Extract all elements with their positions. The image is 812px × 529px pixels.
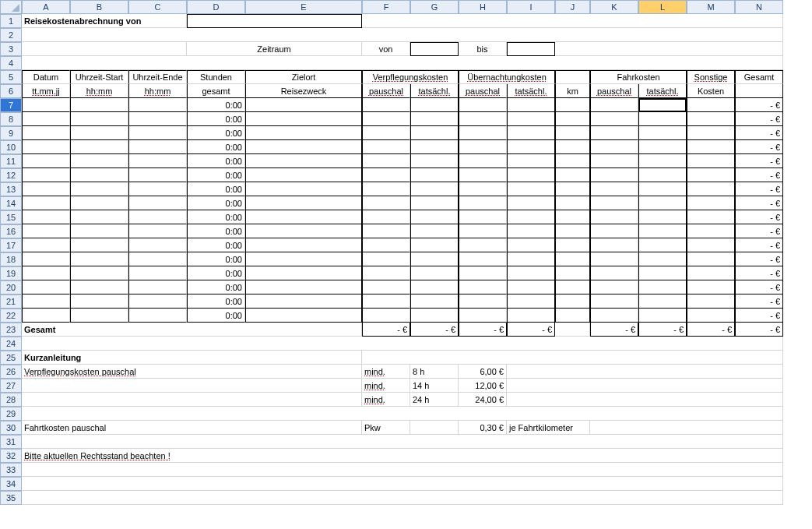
row-total-20[interactable]: - € xyxy=(735,280,783,294)
row-header-21[interactable]: 21 xyxy=(0,294,22,309)
von-input[interactable] xyxy=(410,42,459,56)
total-M[interactable]: - € xyxy=(687,323,735,337)
stunden-11[interactable]: 0:00 xyxy=(187,154,245,168)
row-header-18[interactable]: 18 xyxy=(0,252,22,266)
row-header-15[interactable]: 15 xyxy=(0,210,22,224)
col-header-K[interactable]: K xyxy=(590,0,638,14)
row-total-21[interactable]: - € xyxy=(735,294,783,309)
row-header-35[interactable]: 35 xyxy=(0,491,22,505)
row-header-7[interactable]: 7 xyxy=(0,98,22,112)
stunden-17[interactable]: 0:00 xyxy=(187,238,245,252)
hdr-uhrzeit-start: Uhrzeit-Start xyxy=(70,70,128,84)
row-header-6[interactable]: 6 xyxy=(0,84,22,98)
row-header-5[interactable]: 5 xyxy=(0,70,22,84)
row-header-8[interactable]: 8 xyxy=(0,112,22,126)
zeitraum-label: Zeitraum xyxy=(187,42,362,56)
col-header-F[interactable]: F xyxy=(362,0,410,14)
name-input[interactable] xyxy=(187,14,362,28)
spreadsheet-grid[interactable]: ABCDEFGHIJKLMN1Reisekostenabrechnung von… xyxy=(0,0,812,505)
row-header-16[interactable]: 16 xyxy=(0,224,22,238)
stunden-18[interactable]: 0:00 xyxy=(187,252,245,266)
row-header-29[interactable]: 29 xyxy=(0,407,22,421)
stunden-21[interactable]: 0:00 xyxy=(187,294,245,309)
col-header-B[interactable]: B xyxy=(70,0,128,14)
row-header-17[interactable]: 17 xyxy=(0,238,22,252)
stunden-10[interactable]: 0:00 xyxy=(187,140,245,154)
row-total-17[interactable]: - € xyxy=(735,238,783,252)
stunden-16[interactable]: 0:00 xyxy=(187,224,245,238)
stunden-7[interactable]: 0:00 xyxy=(187,98,245,112)
row-header-23[interactable]: 23 xyxy=(0,323,22,337)
row-total-11[interactable]: - € xyxy=(735,154,783,168)
row-header-24[interactable]: 24 xyxy=(0,337,22,351)
row-header-10[interactable]: 10 xyxy=(0,140,22,154)
col-header-A[interactable]: A xyxy=(22,0,70,14)
row-header-31[interactable]: 31 xyxy=(0,435,22,449)
stunden-8[interactable]: 0:00 xyxy=(187,112,245,126)
stunden-9[interactable]: 0:00 xyxy=(187,126,245,140)
row-header-34[interactable]: 34 xyxy=(0,477,22,491)
hdr-uebernachtung: Übernachtungkosten xyxy=(459,70,555,84)
total-K[interactable]: - € xyxy=(590,323,638,337)
stunden-22[interactable]: 0:00 xyxy=(187,309,245,323)
row-header-25[interactable]: 25 xyxy=(0,351,22,365)
active-cell[interactable] xyxy=(638,98,687,112)
row-header-14[interactable]: 14 xyxy=(0,196,22,210)
row-header-1[interactable]: 1 xyxy=(0,14,22,28)
row-header-20[interactable]: 20 xyxy=(0,280,22,294)
row-total-10[interactable]: - € xyxy=(735,140,783,154)
row-header-2[interactable]: 2 xyxy=(0,28,22,42)
total-I[interactable]: - € xyxy=(507,323,555,337)
total-G[interactable]: - € xyxy=(410,323,459,337)
bis-input[interactable] xyxy=(507,42,555,56)
row-header-9[interactable]: 9 xyxy=(0,126,22,140)
row-header-22[interactable]: 22 xyxy=(0,309,22,323)
row-total-19[interactable]: - € xyxy=(735,266,783,280)
stunden-14[interactable]: 0:00 xyxy=(187,196,245,210)
row-total-16[interactable]: - € xyxy=(735,224,783,238)
stunden-15[interactable]: 0:00 xyxy=(187,210,245,224)
row-total-15[interactable]: - € xyxy=(735,210,783,224)
row-header-30[interactable]: 30 xyxy=(0,421,22,435)
stunden-13[interactable]: 0:00 xyxy=(187,182,245,196)
stunden-20[interactable]: 0:00 xyxy=(187,280,245,294)
row-header-32[interactable]: 32 xyxy=(0,449,22,463)
cell[interactable] xyxy=(362,14,783,28)
col-header-M[interactable]: M xyxy=(687,0,735,14)
row-header-13[interactable]: 13 xyxy=(0,182,22,196)
stunden-12[interactable]: 0:00 xyxy=(187,168,245,182)
row-total-13[interactable]: - € xyxy=(735,182,783,196)
col-header-G[interactable]: G xyxy=(410,0,459,14)
row-header-11[interactable]: 11 xyxy=(0,154,22,168)
row-total-12[interactable]: - € xyxy=(735,168,783,182)
row-header-19[interactable]: 19 xyxy=(0,266,22,280)
row-header-26[interactable]: 26 xyxy=(0,365,22,379)
row-header-28[interactable]: 28 xyxy=(0,393,22,407)
select-all-corner[interactable] xyxy=(0,0,22,14)
row-header-33[interactable]: 33 xyxy=(0,463,22,477)
row-header-4[interactable]: 4 xyxy=(0,56,22,70)
col-header-L[interactable]: L xyxy=(638,0,687,14)
row-header-12[interactable]: 12 xyxy=(0,168,22,182)
stunden-19[interactable]: 0:00 xyxy=(187,266,245,280)
col-header-J[interactable]: J xyxy=(555,0,590,14)
cell[interactable] xyxy=(22,28,783,42)
col-header-D[interactable]: D xyxy=(187,0,245,14)
col-header-I[interactable]: I xyxy=(507,0,555,14)
col-header-N[interactable]: N xyxy=(735,0,783,14)
row-total-22[interactable]: - € xyxy=(735,309,783,323)
row-total-8[interactable]: - € xyxy=(735,112,783,126)
row-header-3[interactable]: 3 xyxy=(0,42,22,56)
row-total-7[interactable]: - € xyxy=(735,98,783,112)
total-H[interactable]: - € xyxy=(459,323,507,337)
total-N[interactable]: - € xyxy=(735,323,783,337)
row-total-14[interactable]: - € xyxy=(735,196,783,210)
col-header-C[interactable]: C xyxy=(128,0,187,14)
row-total-9[interactable]: - € xyxy=(735,126,783,140)
total-F[interactable]: - € xyxy=(362,323,410,337)
row-header-27[interactable]: 27 xyxy=(0,379,22,393)
col-header-H[interactable]: H xyxy=(459,0,507,14)
row-total-18[interactable]: - € xyxy=(735,252,783,266)
total-L[interactable]: - € xyxy=(638,323,687,337)
col-header-E[interactable]: E xyxy=(245,0,362,14)
